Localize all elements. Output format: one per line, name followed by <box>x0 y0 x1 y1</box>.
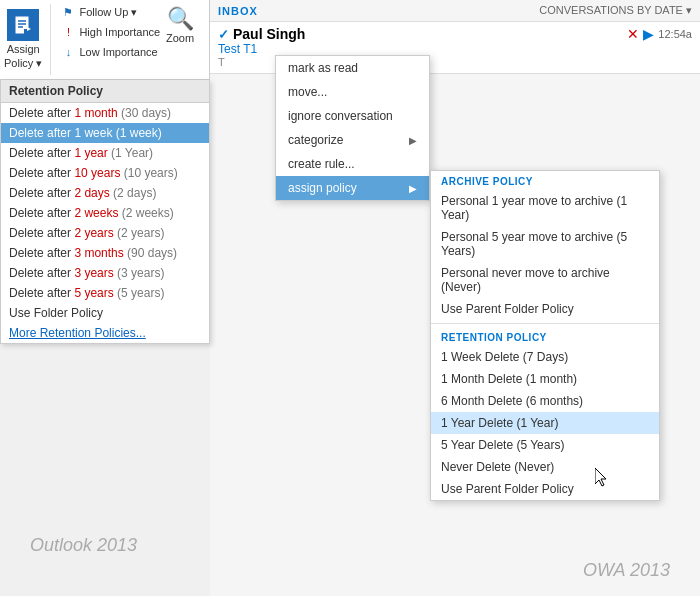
retention-item-5years[interactable]: Delete after 5 years (5 years) <box>1 283 209 303</box>
follow-up-button[interactable]: ⚑ Follow Up ▾ <box>59 4 162 20</box>
retention-sub-6month[interactable]: 6 Month Delete (6 months) <box>431 390 659 412</box>
owa-2013-label: OWA 2013 <box>583 560 670 581</box>
email-actions: ✕ ▶ 12:54a <box>627 26 692 42</box>
retention-days-3months: 3 months <box>74 246 123 260</box>
context-assign-policy-arrow: ▶ <box>409 183 417 194</box>
retention-days-1year: 1 year <box>74 146 107 160</box>
low-importance-label: Low Importance <box>79 46 157 58</box>
retention-days-2years: 2 years <box>74 226 113 240</box>
context-assign-policy[interactable]: assign policy ▶ <box>276 176 429 200</box>
email-time: 12:54a <box>658 28 692 40</box>
archive-item-5year[interactable]: Personal 5 year move to archive (5 Years… <box>431 226 659 262</box>
high-importance-label: High Importance <box>79 26 160 38</box>
assign-policy-dropdown-arrow: ▾ <box>36 57 42 69</box>
retention-policy-header: Retention Policy <box>1 80 209 103</box>
context-menu: mark as read move... ignore conversation… <box>275 55 430 201</box>
email-close-icon[interactable]: ✕ <box>627 26 639 42</box>
context-move[interactable]: move... <box>276 80 429 104</box>
archive-policy-header: ARCHIVE POLICY <box>431 171 659 190</box>
context-categorize-arrow: ▶ <box>409 135 417 146</box>
retention-days-1week: 1 week <box>74 126 112 140</box>
context-categorize[interactable]: categorize ▶ <box>276 128 429 152</box>
retention-item-3months[interactable]: Delete after 3 months (90 days) <box>1 243 209 263</box>
more-retention-label: More Retention Policies... <box>9 326 146 340</box>
zoom-icon: 🔍 <box>167 6 194 32</box>
email-item-header: ✓ Paul Singh ✕ ▶ 12:54a <box>218 26 692 42</box>
low-importance-button[interactable]: ↓ Low Importance <box>59 44 162 60</box>
ribbon-right-items: ⚑ Follow Up ▾ ! High Importance ↓ Low Im… <box>59 4 162 60</box>
assign-policy-label: AssignPolicy ▾ <box>4 43 42 69</box>
follow-up-label: Follow Up ▾ <box>79 6 137 19</box>
email-sender-name: Paul Singh <box>233 26 305 42</box>
archive-item-never[interactable]: Personal never move to archive (Never) <box>431 262 659 298</box>
retention-sub-1month[interactable]: 1 Month Delete (1 month) <box>431 368 659 390</box>
retention-sub-1week[interactable]: 1 Week Delete (7 Days) <box>431 346 659 368</box>
retention-days-5years: 5 years <box>74 286 113 300</box>
high-importance-button[interactable]: ! High Importance <box>59 24 162 40</box>
retention-item-2weeks[interactable]: Delete after 2 weeks (2 weeks) <box>1 203 209 223</box>
zoom-button[interactable]: 🔍 Zoom <box>158 2 202 48</box>
retention-days-10years: 10 years <box>74 166 120 180</box>
retention-item-2years[interactable]: Delete after 2 years (2 years) <box>1 223 209 243</box>
retention-item-2days[interactable]: Delete after 2 days (2 days) <box>1 183 209 203</box>
context-mark-as-read[interactable]: mark as read <box>276 56 429 80</box>
follow-up-icon: ⚑ <box>61 5 75 19</box>
email-subject: Test T1 <box>218 42 692 56</box>
context-create-rule-label: create rule... <box>288 157 355 171</box>
submenu-divider <box>431 323 659 324</box>
use-folder-label: Use Folder Policy <box>9 306 103 320</box>
inbox-header: INBOX CONVERSATIONS BY DATE ▾ <box>210 0 700 22</box>
assign-policy-icon <box>7 9 39 41</box>
context-ignore-label: ignore conversation <box>288 109 393 123</box>
retention-sub-1year[interactable]: 1 Year Delete (1 Year) <box>431 412 659 434</box>
context-categorize-label: categorize <box>288 133 343 147</box>
context-ignore-conversation[interactable]: ignore conversation <box>276 104 429 128</box>
high-importance-icon: ! <box>61 25 75 39</box>
context-assign-policy-label: assign policy <box>288 181 357 195</box>
more-retention-policies[interactable]: More Retention Policies... <box>1 323 209 343</box>
assign-policy-submenu: ARCHIVE POLICY Personal 1 year move to a… <box>430 170 660 501</box>
email-flag-icon[interactable]: ▶ <box>643 26 654 42</box>
archive-item-parent-folder[interactable]: Use Parent Folder Policy <box>431 298 659 320</box>
outlook-2013-label: Outlook 2013 <box>30 535 137 556</box>
retention-policy-submenu-header: RETENTION POLICY <box>431 327 659 346</box>
use-folder-policy[interactable]: Use Folder Policy <box>1 303 209 323</box>
retention-item-1month[interactable]: Delete after 1 month (30 days) <box>1 103 209 123</box>
zoom-label: Zoom <box>166 32 194 44</box>
email-area: INBOX CONVERSATIONS BY DATE ▾ ✓ Paul Sin… <box>210 0 700 596</box>
retention-item-1week[interactable]: Delete after 1 week (1 week) <box>1 123 209 143</box>
assign-policy-button[interactable]: AssignPolicy ▾ <box>4 4 51 75</box>
retention-sub-parent-folder[interactable]: Use Parent Folder Policy <box>431 478 659 500</box>
email-sender: ✓ Paul Singh <box>218 26 305 42</box>
retention-days-3years: 3 years <box>74 266 113 280</box>
context-mark-as-read-label: mark as read <box>288 61 358 75</box>
conversations-label: CONVERSATIONS BY DATE ▾ <box>539 4 692 17</box>
retention-item-10years[interactable]: Delete after 10 years (10 years) <box>1 163 209 183</box>
retention-days-2weeks: 2 weeks <box>74 206 118 220</box>
retention-item-3years[interactable]: Delete after 3 years (3 years) <box>1 263 209 283</box>
retention-sub-never[interactable]: Never Delete (Never) <box>431 456 659 478</box>
retention-item-1year[interactable]: Delete after 1 year (1 Year) <box>1 143 209 163</box>
ribbon: AssignPolicy ▾ ⚑ Follow Up ▾ ! High Impo… <box>0 0 210 80</box>
context-create-rule[interactable]: create rule... <box>276 152 429 176</box>
retention-sub-5year[interactable]: 5 Year Delete (5 Years) <box>431 434 659 456</box>
retention-policy-dropdown: Retention Policy Delete after 1 month (3… <box>0 80 210 344</box>
context-move-label: move... <box>288 85 327 99</box>
archive-item-1year[interactable]: Personal 1 year move to archive (1 Year) <box>431 190 659 226</box>
inbox-title: INBOX <box>218 5 258 17</box>
email-check-icon: ✓ <box>218 27 229 42</box>
retention-days-2days: 2 days <box>74 186 109 200</box>
low-importance-icon: ↓ <box>61 45 75 59</box>
retention-days-1month: 1 month <box>74 106 117 120</box>
